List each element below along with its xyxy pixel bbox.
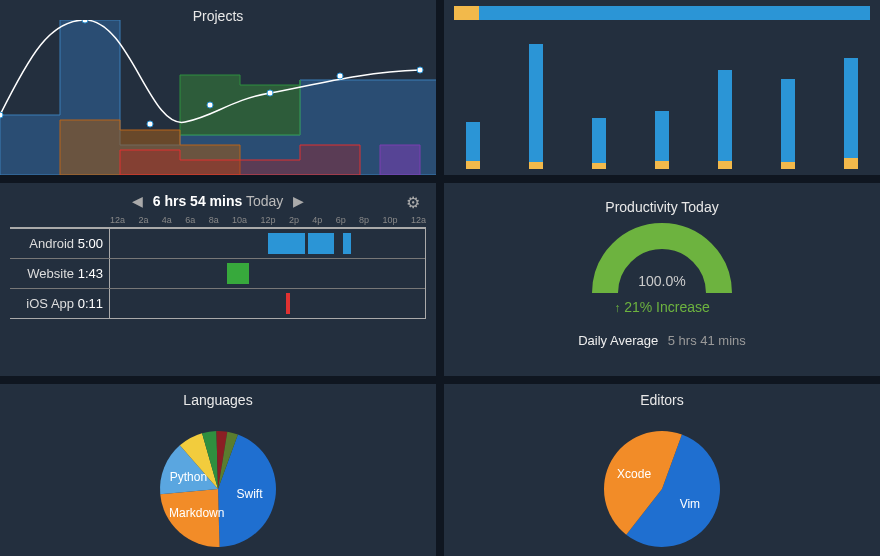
timeline-period: Today — [246, 193, 283, 209]
editors-pie-chart: VimXcode — [532, 411, 792, 557]
projects-panel: Projects — [0, 0, 436, 175]
weekly-day-column — [580, 30, 618, 169]
pie-slice-label: Python — [170, 470, 207, 484]
timeline-header: ◀ 6 hrs 54 mins Today ▶ — [0, 183, 436, 215]
next-day-button[interactable]: ▶ — [293, 193, 304, 209]
axis-tick: 2p — [289, 215, 299, 225]
weekly-day-column — [832, 30, 870, 169]
editors-title: Editors — [444, 384, 880, 408]
weekly-day-column — [769, 30, 807, 169]
axis-tick: 12a — [110, 215, 125, 225]
timeline-axis: 12a2a4a6a8a10a12p2p4p6p8p10p12a — [110, 215, 426, 227]
timeline-track — [110, 289, 425, 318]
timeline-block — [343, 233, 351, 254]
pie-slice-label: Markdown — [169, 505, 224, 519]
axis-tick: 4p — [312, 215, 322, 225]
weekly-day-column — [517, 30, 555, 169]
timeline-rows: Android 5:00Website 1:43iOS App 0:11 — [10, 227, 426, 319]
timeline-row: iOS App 0:11 — [10, 288, 425, 318]
timeline-block — [308, 233, 333, 254]
timeline-block — [268, 233, 306, 254]
timeline-row: Website 1:43 — [10, 258, 425, 288]
axis-tick: 4a — [162, 215, 172, 225]
weekly-columns — [454, 30, 870, 169]
productivity-gauge: 100.0% — [592, 223, 732, 293]
timeline-panel: ◀ 6 hrs 54 mins Today ▶ ⚙ 12a2a4a6a8a10a… — [0, 183, 436, 376]
weekly-day-column — [706, 30, 744, 169]
weekly-progress-bar — [454, 6, 870, 20]
axis-tick: 10a — [232, 215, 247, 225]
axis-tick: 10p — [383, 215, 398, 225]
productivity-percent: 100.0% — [592, 273, 732, 289]
weekly-day-column — [643, 30, 681, 169]
languages-title: Languages — [0, 384, 436, 408]
pie-slice-label: Xcode — [617, 466, 651, 480]
languages-pie-chart: SwiftMarkdownPython — [88, 411, 348, 557]
timeline-row-label: Android 5:00 — [10, 229, 110, 258]
svg-point-2 — [147, 121, 153, 127]
svg-point-4 — [267, 90, 273, 96]
svg-point-1 — [82, 20, 88, 23]
axis-tick: 12a — [411, 215, 426, 225]
timeline-row-label: Website 1:43 — [10, 259, 110, 288]
axis-tick: 6a — [185, 215, 195, 225]
axis-tick: 12p — [260, 215, 275, 225]
timeline-duration: 6 hrs 54 mins — [153, 193, 243, 209]
timeline-track — [110, 259, 425, 288]
pie-slice-label: Vim — [680, 497, 700, 511]
projects-stacked-chart — [0, 20, 436, 175]
timeline-block — [227, 263, 249, 284]
productivity-change: ↑ 21% Increase — [614, 299, 710, 315]
editors-panel: Editors VimXcode — [444, 384, 880, 556]
svg-point-6 — [417, 67, 423, 73]
weekly-day-column — [454, 30, 492, 169]
timeline-row: Android 5:00 — [10, 228, 425, 258]
pie-slice-label: Swift — [236, 487, 263, 501]
axis-tick: 2a — [138, 215, 148, 225]
settings-gear-icon[interactable]: ⚙ — [406, 193, 420, 212]
prev-day-button[interactable]: ◀ — [132, 193, 143, 209]
arrow-up-icon: ↑ — [614, 301, 620, 315]
axis-tick: 8a — [209, 215, 219, 225]
svg-point-0 — [0, 112, 3, 118]
productivity-title: Productivity Today — [605, 191, 718, 215]
daily-average-value: 5 hrs 41 mins — [668, 333, 746, 348]
timeline-block — [286, 293, 290, 314]
timeline-track — [110, 229, 425, 258]
daily-average: Daily Average 5 hrs 41 mins — [578, 333, 746, 348]
axis-tick: 6p — [336, 215, 346, 225]
weekly-panel — [444, 0, 880, 175]
languages-panel: Languages SwiftMarkdownPython — [0, 384, 436, 556]
timeline-row-label: iOS App 0:11 — [10, 289, 110, 318]
daily-average-label: Daily Average — [578, 333, 658, 348]
weekly-progress-fill — [454, 6, 479, 20]
svg-point-5 — [337, 73, 343, 79]
productivity-panel: Productivity Today 100.0% ↑ 21% Increase… — [444, 183, 880, 376]
svg-point-3 — [207, 102, 213, 108]
axis-tick: 8p — [359, 215, 369, 225]
